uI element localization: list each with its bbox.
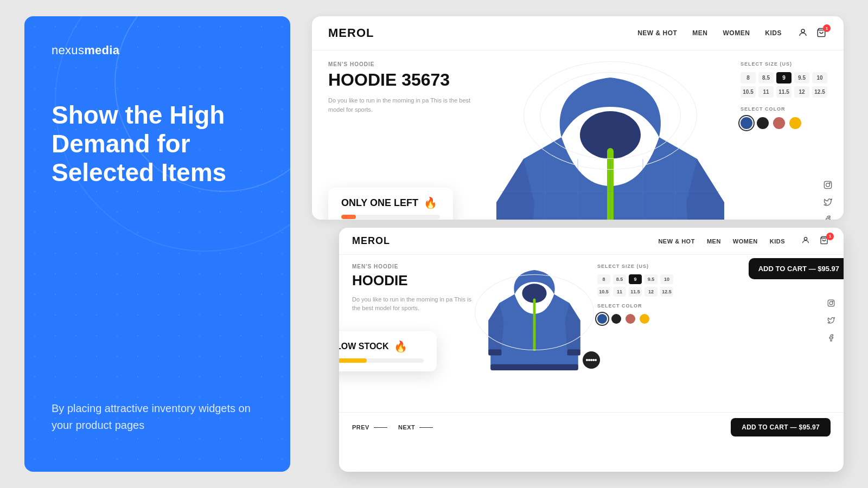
nav-arrows: PREV NEXT: [352, 424, 433, 431]
dot-menu[interactable]: [583, 351, 600, 369]
top-social-icons: [823, 180, 833, 220]
next-button[interactable]: NEXT: [398, 424, 433, 431]
bottom-product-category: MEN'S HOODIE: [352, 264, 471, 269]
size-10[interactable]: 10: [812, 72, 827, 84]
b-size-10-5[interactable]: 10.5: [597, 287, 610, 297]
cart-popup-text: ADD TO CART — $95.97: [758, 265, 839, 273]
nav-kids[interactable]: KIDS: [765, 29, 782, 37]
b-color-blue[interactable]: [597, 314, 607, 324]
top-store-logo: MEROL: [328, 26, 374, 40]
svg-point-19: [804, 237, 807, 240]
b-size-12[interactable]: 12: [644, 287, 658, 297]
right-panel: MEROL NEW & HOT MEN WOMEN KIDS: [312, 16, 844, 472]
color-red[interactable]: [773, 117, 785, 129]
b-size-9-5[interactable]: 9.5: [644, 274, 658, 284]
b-size-8-5[interactable]: 8.5: [613, 274, 626, 284]
size-8-5[interactable]: 8.5: [758, 72, 774, 84]
svg-rect-34: [490, 364, 578, 370]
nav-women[interactable]: WOMEN: [723, 29, 750, 37]
twitter-icon[interactable]: [823, 197, 833, 207]
bottom-cart-icon[interactable]: 1: [820, 236, 831, 247]
bottom-nav-new-hot[interactable]: NEW & HOT: [658, 238, 694, 245]
b-size-11-5[interactable]: 11.5: [629, 287, 642, 297]
bottom-cart-badge: 1: [826, 233, 834, 240]
top-product-desc: Do you like to run in the morning in pa …: [328, 96, 480, 114]
top-stock-text: ONLY ONE LEFT: [341, 197, 418, 209]
instagram-icon[interactable]: [823, 180, 833, 190]
b-size-9[interactable]: 9: [629, 274, 642, 284]
subtext: By placing attractive inventory widgets …: [52, 400, 263, 445]
b-color-red[interactable]: [626, 314, 635, 324]
top-progress-fill: [341, 215, 356, 219]
nav-new-hot[interactable]: NEW & HOT: [637, 29, 677, 37]
bottom-stock-label: LOW STOCK 🔥: [339, 340, 424, 353]
b-instagram-icon[interactable]: [826, 298, 836, 308]
bottom-nav-kids[interactable]: KIDS: [770, 238, 785, 245]
dot-menu-dot1: [586, 359, 588, 361]
b-twitter-icon[interactable]: [826, 316, 836, 325]
add-to-cart-button[interactable]: ADD TO CART — $95.97: [731, 418, 831, 436]
color-gold[interactable]: [789, 117, 801, 129]
b-color-black[interactable]: [611, 314, 621, 324]
bottom-bar: PREV NEXT ADD TO CART — $95.97: [339, 412, 844, 442]
svg-point-37: [833, 301, 833, 301]
svg-point-36: [829, 301, 833, 305]
top-color-dots: [741, 117, 827, 129]
b-size-10[interactable]: 10: [660, 274, 673, 284]
size-9-5[interactable]: 9.5: [794, 72, 809, 84]
svg-point-0: [801, 29, 805, 33]
next-arrow-line: [419, 427, 433, 428]
brand-bold: media: [84, 43, 119, 57]
top-nav-links: NEW & HOT MEN WOMEN KIDS: [637, 29, 782, 37]
svg-rect-33: [567, 349, 580, 355]
top-hoodie-container: [491, 61, 730, 220]
cart-popup: ADD TO CART — $95.97: [749, 258, 844, 279]
bottom-nav-women[interactable]: WOMEN: [733, 238, 758, 245]
color-black[interactable]: [757, 117, 769, 129]
size-12[interactable]: 12: [794, 86, 809, 98]
size-8[interactable]: 8: [741, 72, 756, 84]
bottom-store-logo: MEROL: [352, 235, 390, 247]
b-size-8[interactable]: 8: [597, 274, 610, 284]
svg-rect-16: [824, 181, 831, 188]
top-card-nav: MEROL NEW & HOT MEN WOMEN KIDS: [312, 16, 844, 50]
bottom-product-name: HOODIE: [352, 273, 471, 288]
bottom-nav-men[interactable]: MEN: [707, 238, 721, 245]
b-size-11[interactable]: 11: [613, 287, 626, 297]
b-color-gold[interactable]: [640, 314, 649, 324]
size-9[interactable]: 9: [776, 72, 792, 84]
svg-rect-32: [488, 349, 501, 355]
svg-rect-35: [828, 300, 834, 306]
next-label: NEXT: [398, 424, 415, 431]
bottom-size-label: SELECT SIZE (US): [597, 264, 673, 269]
b-size-12-5[interactable]: 12.5: [660, 287, 673, 297]
svg-point-18: [829, 183, 830, 183]
size-12-5[interactable]: 12.5: [812, 86, 827, 98]
top-stock-widget: ONLY ONE LEFT 🔥: [328, 188, 453, 220]
prev-button[interactable]: PREV: [352, 424, 387, 431]
top-color-label: SELECT COLOR: [741, 106, 827, 112]
dot-menu-dot2: [590, 359, 592, 361]
bottom-hoodie-svg: [486, 264, 583, 377]
bottom-stock-text: LOW STOCK: [339, 342, 388, 351]
bottom-progress-bg: [339, 358, 424, 363]
user-icon[interactable]: [798, 28, 809, 38]
bottom-user-icon[interactable]: [801, 236, 812, 247]
b-facebook-icon[interactable]: [826, 333, 836, 343]
bottom-flame-icon: 🔥: [394, 340, 407, 353]
top-product-card: MEROL NEW & HOT MEN WOMEN KIDS: [312, 16, 844, 220]
nav-men[interactable]: MEN: [692, 29, 707, 37]
facebook-icon[interactable]: [823, 215, 833, 220]
bottom-nav-icons: 1: [801, 236, 831, 247]
size-11-5[interactable]: 11.5: [776, 86, 792, 98]
size-11[interactable]: 11: [758, 86, 774, 98]
bottom-stock-widget: LOW STOCK 🔥: [339, 331, 437, 371]
size-10-5[interactable]: 10.5: [741, 86, 756, 98]
bottom-color-dots: [597, 314, 673, 324]
brand-regular: nexus: [52, 43, 84, 57]
color-blue[interactable]: [741, 117, 752, 129]
headline: Show the High Demand for Selected Items: [52, 101, 263, 187]
cart-icon[interactable]: 1: [816, 28, 827, 38]
left-panel: nexusmedia Show the High Demand for Sele…: [24, 16, 290, 472]
top-size-label: SELECT SIZE (US): [741, 61, 827, 67]
